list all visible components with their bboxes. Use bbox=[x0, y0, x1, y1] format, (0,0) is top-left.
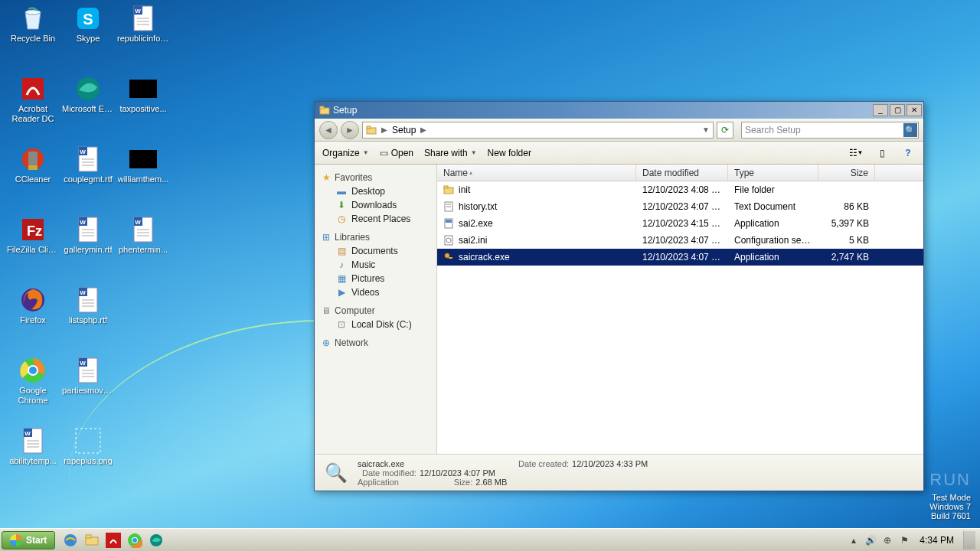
file-name: init bbox=[459, 184, 470, 195]
svg-text:W: W bbox=[80, 219, 86, 226]
file-type: Application bbox=[728, 218, 818, 229]
action-center-icon[interactable]: ⚑ bbox=[898, 534, 910, 546]
desktop-icon-label: republicinfo.rtf bbox=[117, 34, 169, 44]
word-doc-icon: W bbox=[74, 286, 102, 314]
close-button[interactable]: ✕ bbox=[906, 104, 922, 116]
desktop-icon[interactable]: Google Chrome bbox=[6, 357, 60, 410]
desktop-icon-label: rapeplus.png bbox=[64, 456, 113, 466]
explorer-window: Setup _ ▢ ✕ ◄ ► ▶ Setup ▶ ▼ ⟳ Search Set… bbox=[314, 101, 924, 491]
new-folder-button[interactable]: New folder bbox=[488, 148, 531, 158]
nav-downloads[interactable]: ⬇Downloads bbox=[321, 198, 436, 212]
taskbar-acrobat[interactable] bbox=[104, 531, 122, 549]
chevron-down-icon[interactable]: ▼ bbox=[702, 126, 710, 134]
volume-icon[interactable]: 🔊 bbox=[864, 534, 877, 546]
nav-videos[interactable]: ▶Videos bbox=[321, 285, 436, 299]
drive-icon: ⊡ bbox=[336, 319, 347, 330]
nav-bar: ◄ ► ▶ Setup ▶ ▼ ⟳ Search Setup 🔍 bbox=[315, 119, 923, 142]
forward-button[interactable]: ► bbox=[341, 121, 359, 139]
organize-button[interactable]: Organize▼ bbox=[322, 148, 369, 158]
desktop-icon[interactable]: rapeplus.png bbox=[61, 427, 115, 481]
desktop-icon[interactable]: Wabilitytemp... bbox=[6, 427, 60, 481]
nav-documents[interactable]: ▤Documents bbox=[321, 244, 436, 258]
desktop-icon[interactable]: CCleaner bbox=[6, 145, 60, 199]
desktop-icon[interactable]: williamthem... bbox=[116, 145, 170, 199]
desktop-icon[interactable]: Wgallerymin.rtf bbox=[61, 216, 115, 269]
file-size: 2,747 KB bbox=[818, 252, 875, 262]
taskbar-edge[interactable] bbox=[147, 531, 165, 549]
desktop-icon[interactable]: taxpositive... bbox=[116, 75, 170, 129]
minimize-button[interactable]: _ bbox=[873, 104, 888, 116]
nav-music[interactable]: ♪Music bbox=[321, 258, 436, 272]
chevron-right-icon[interactable]: ▶ bbox=[420, 126, 426, 134]
network-group[interactable]: ⊕Network bbox=[321, 336, 436, 350]
table-row[interactable]: init12/10/2023 4:08 PMFile folder bbox=[437, 181, 923, 198]
svg-rect-58 bbox=[76, 429, 100, 453]
file-size: 5 KB bbox=[818, 235, 875, 246]
file-date: 12/10/2023 4:07 PM bbox=[636, 252, 728, 262]
show-desktop-button[interactable] bbox=[963, 531, 975, 549]
search-icon[interactable]: 🔍 bbox=[903, 123, 917, 137]
breadcrumb-item[interactable]: Setup bbox=[392, 125, 416, 135]
desktop-icon[interactable]: Recycle Bin bbox=[6, 5, 60, 58]
nav-recent[interactable]: ◷Recent Places bbox=[321, 212, 436, 226]
computer-group[interactable]: 🖥Computer bbox=[321, 304, 436, 318]
show-hidden-button[interactable]: ▴ bbox=[848, 534, 860, 546]
desktop-icon[interactable]: Microsoft Edge bbox=[61, 75, 115, 129]
desktop-icon[interactable]: Wlistsphp.rtf bbox=[61, 286, 115, 340]
open-button[interactable]: ▭Open bbox=[380, 148, 413, 158]
watermark-line2: Windows 7 bbox=[929, 502, 971, 511]
search-input[interactable]: Search Setup 🔍 bbox=[741, 122, 919, 139]
desktop-icon[interactable]: Wpartiesmove... bbox=[61, 357, 115, 410]
taskbar-ie[interactable] bbox=[61, 531, 80, 549]
file-name: sai2.exe bbox=[459, 218, 493, 229]
details-filename: saicrack.exe bbox=[358, 459, 404, 468]
file-icon bbox=[443, 184, 454, 195]
watermark-line3: Build 7601 bbox=[929, 511, 971, 520]
file-type: Text Document bbox=[728, 201, 818, 212]
word-doc-icon: W bbox=[129, 216, 157, 243]
view-button[interactable]: ☷ ▼ bbox=[848, 145, 864, 161]
start-button[interactable]: Start bbox=[2, 531, 55, 549]
col-type[interactable]: Type bbox=[728, 165, 818, 181]
col-size[interactable]: Size bbox=[818, 165, 875, 181]
back-button[interactable]: ◄ bbox=[319, 121, 338, 139]
libraries-group[interactable]: ⊞Libraries bbox=[321, 230, 436, 244]
title-bar[interactable]: Setup _ ▢ ✕ bbox=[315, 102, 923, 119]
desktop-icon[interactable]: FzFileZilla Client bbox=[6, 216, 60, 269]
table-row[interactable]: saicrack.exe12/10/2023 4:07 PMApplicatio… bbox=[437, 249, 923, 266]
table-row[interactable]: history.txt12/10/2023 4:07 PMText Docume… bbox=[437, 198, 923, 215]
desktop-icon[interactable]: Wphentermin... bbox=[116, 216, 170, 269]
table-row[interactable]: sai2.exe12/10/2023 4:15 PMApplication5,3… bbox=[437, 215, 923, 232]
desktop-icon-label: CCleaner bbox=[15, 174, 51, 184]
col-name[interactable]: Name ▴ bbox=[437, 165, 636, 181]
col-date[interactable]: Date modified bbox=[636, 165, 728, 181]
address-bar[interactable]: ▶ Setup ▶ ▼ bbox=[362, 122, 714, 139]
share-with-button[interactable]: Share with▼ bbox=[424, 148, 477, 158]
windows-watermark: Test Mode Windows 7 Build 7601 bbox=[929, 493, 971, 520]
documents-icon: ▤ bbox=[336, 246, 347, 256]
desktop-icon-label: phentermin... bbox=[119, 245, 168, 255]
taskbar: Start ▴ 🔊 ⊕ ⚑ 4:34 PM bbox=[0, 528, 980, 551]
music-icon: ♪ bbox=[336, 259, 347, 270]
desktop-icon[interactable]: Firefox bbox=[6, 286, 60, 340]
preview-pane-button[interactable]: ▯ bbox=[874, 145, 890, 161]
desktop-icon[interactable]: SSkype bbox=[61, 5, 115, 58]
search-placeholder: Search Setup bbox=[745, 125, 801, 135]
nav-local-disk[interactable]: ⊡Local Disk (C:) bbox=[321, 318, 436, 331]
svg-rect-11 bbox=[129, 80, 157, 98]
favorites-group[interactable]: ★Favorites bbox=[321, 171, 436, 184]
help-button[interactable]: ? bbox=[900, 145, 916, 161]
taskbar-chrome[interactable] bbox=[126, 531, 144, 549]
chevron-right-icon: ▶ bbox=[381, 126, 387, 134]
taskbar-explorer[interactable] bbox=[83, 531, 101, 549]
desktop-icon[interactable]: Acrobat Reader DC bbox=[6, 75, 60, 129]
maximize-button[interactable]: ▢ bbox=[890, 104, 905, 116]
desktop-icon[interactable]: Wrepublicinfo.rtf bbox=[116, 5, 170, 58]
refresh-button[interactable]: ⟳ bbox=[717, 122, 733, 139]
clock[interactable]: 4:34 PM bbox=[915, 535, 959, 546]
desktop-icon[interactable]: Wcouplegmt.rtf bbox=[61, 145, 115, 199]
network-tray-icon[interactable]: ⊕ bbox=[881, 534, 893, 546]
nav-pictures[interactable]: ▦Pictures bbox=[321, 272, 436, 285]
nav-desktop[interactable]: ▬Desktop bbox=[321, 184, 436, 198]
table-row[interactable]: sai2.ini12/10/2023 4:07 PMConfiguration … bbox=[437, 232, 923, 249]
